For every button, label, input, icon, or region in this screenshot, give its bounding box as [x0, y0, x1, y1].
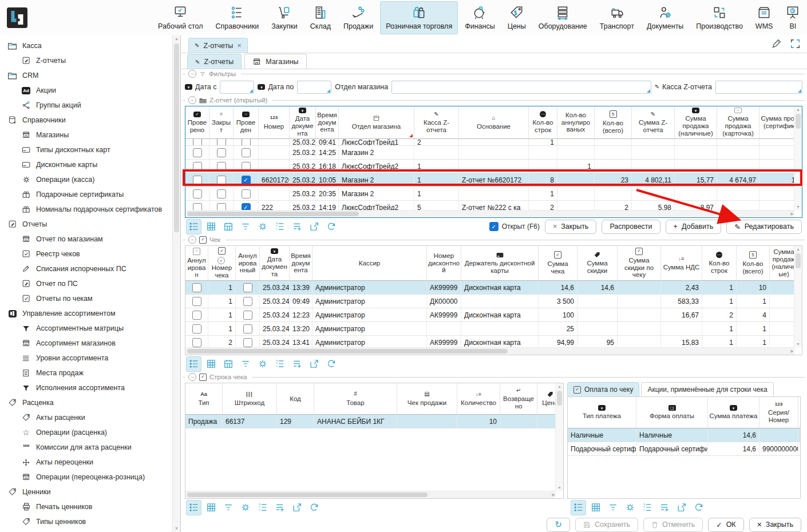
column-header[interactable]: |||Штрихкод — [223, 383, 277, 414]
column-header[interactable]: ▾Сумма платежа — [708, 397, 759, 428]
column-header[interactable]: Номер дисконтной — [427, 246, 461, 280]
collapse-icon[interactable]: − — [188, 236, 196, 244]
topbar-item-4[interactable]: Продажи — [338, 1, 379, 34]
toolbar-refresh-icon[interactable] — [323, 219, 339, 235]
topbar-item-10[interactable]: Документы — [641, 1, 689, 34]
toolbar-cal-icon[interactable] — [220, 356, 236, 372]
row-checkbox[interactable] — [242, 148, 251, 157]
column-header[interactable]: ⌂Основание — [459, 106, 529, 138]
row-checkbox[interactable] — [242, 162, 251, 171]
row-checkbox[interactable] — [193, 189, 202, 198]
table-row[interactable]: 25.03.2420:35Магазин 211 — [185, 187, 802, 201]
row-checkbox[interactable] — [217, 148, 226, 157]
toolbar-grid-icon[interactable] — [203, 356, 219, 372]
row-checkbox[interactable] — [192, 311, 201, 320]
table-row[interactable]: НаличныеНаличные14,6 — [568, 428, 800, 442]
row-checkbox[interactable]: ✓ — [242, 176, 251, 185]
tab-z-reports[interactable]: ✎ Z-отчеты × — [188, 38, 248, 53]
sidebar-item-9[interactable]: Операции (касса) — [0, 172, 180, 187]
sidebar-item-7[interactable]: Типы дисконтных карт — [0, 142, 180, 157]
toolbar-list-icon[interactable] — [186, 219, 201, 235]
row-checkbox[interactable] — [217, 189, 226, 198]
column-header[interactable]: Кол-во аннулиро ваных — [557, 106, 595, 138]
vertical-scrollbar[interactable]: ▲▼ — [555, 383, 563, 491]
sidebar-item-24[interactable]: Расценка — [0, 395, 180, 410]
topbar-item-3[interactable]: Склад — [304, 1, 337, 34]
column-header[interactable]: ▤Чек продажи — [397, 383, 457, 414]
row-checkbox[interactable] — [242, 189, 251, 198]
toolbar-export-icon[interactable] — [306, 356, 322, 372]
row-checkbox[interactable] — [243, 283, 252, 292]
column-header[interactable]: ↓≡Сумма НДС — [661, 246, 702, 280]
column-header[interactable]: 5Кол-во (всего) — [595, 106, 632, 138]
column-header[interactable]: ✓∧Номер чека — [208, 246, 236, 280]
tab-close-icon[interactable]: × — [237, 41, 242, 50]
row-checkbox[interactable] — [192, 324, 201, 334]
sidebar-item-11[interactable]: Номиналы подарочных сертификатов — [0, 202, 180, 217]
toolbar-gear-icon[interactable] — [255, 219, 270, 235]
row-checkbox[interactable] — [193, 162, 202, 171]
sidebar-item-15[interactable]: Списания испорченных ПС — [0, 261, 180, 276]
toolbar-list-icon[interactable] — [186, 500, 201, 515]
collapse-icon[interactable]: − — [188, 70, 196, 78]
column-header[interactable]: AaТип — [185, 383, 223, 414]
sidebar-item-28[interactable]: Акты переоценки — [0, 455, 180, 470]
topbar-item-0[interactable]: Рабочий стол — [152, 1, 208, 34]
check-table[interactable]: −Аннулирован✓∧Номер чекаАннулированный▾Д… — [185, 245, 802, 355]
sidebar-item-29[interactable]: Операции (переоценка-розница) — [0, 470, 180, 485]
toolbar-cal-icon[interactable] — [220, 219, 236, 235]
filter-input-3[interactable] — [715, 81, 802, 94]
scroll-down-icon[interactable]: ▼ — [173, 525, 180, 532]
row-checkbox[interactable] — [243, 324, 252, 334]
column-header[interactable]: Отдел магазина — [339, 106, 414, 138]
table-row[interactable]: Продажа66137129АНАНАС БЕЙБИ 1КГ10 — [185, 415, 563, 428]
collapse-icon[interactable]: − — [188, 96, 196, 104]
bottom-button-1[interactable]: Сохранить — [575, 518, 638, 532]
fullscreen-icon[interactable] — [790, 39, 800, 49]
column-header[interactable]: Держатель дисконтной карты — [461, 246, 539, 280]
row-checkbox[interactable] — [193, 139, 202, 145]
sidebar-item-21[interactable]: Уровни ассортимента — [0, 351, 180, 366]
horizontal-scrollbar[interactable]: ▶ — [185, 347, 794, 355]
row-checkbox[interactable] — [192, 338, 201, 347]
row-checkbox[interactable] — [192, 283, 201, 292]
toolbar-filter-icon[interactable] — [605, 500, 620, 515]
filter-input-2[interactable] — [391, 81, 651, 94]
toolbar-addlist-icon[interactable] — [272, 500, 287, 515]
column-header[interactable]: ⋯Кол-во строк — [529, 106, 557, 138]
bottom-button-2[interactable]: Отменить — [643, 518, 703, 532]
column-header[interactable]: ↓≡Количество — [457, 383, 500, 414]
toolbar-export-icon[interactable] — [674, 500, 689, 515]
sidebar-item-6[interactable]: Магазины — [0, 128, 180, 142]
column-header[interactable]: Сумма скидки — [577, 246, 618, 280]
topbar-item-7[interactable]: Цены — [502, 1, 532, 34]
sidebar-item-26[interactable]: ☆ Операции (расценка) — [0, 425, 180, 440]
toolbar-refresh-icon[interactable] — [323, 356, 339, 372]
topbar-item-2[interactable]: Закупки — [266, 1, 303, 34]
toolbar-numlist-icon[interactable] — [272, 219, 287, 235]
toolbar-export-icon[interactable] — [306, 219, 322, 235]
scroll-up-icon[interactable]: ▲ — [173, 35, 180, 42]
toolbar-addlist-icon[interactable] — [656, 500, 672, 515]
column-header[interactable]: ✓Сумма скидки по чеку — [618, 246, 661, 280]
toolbar-filter-icon[interactable] — [238, 219, 253, 235]
toolbar-grid-icon[interactable] — [203, 500, 219, 515]
filter-input-1[interactable] — [297, 81, 331, 94]
sidebar-scrollbar[interactable]: ▲ ▼ — [172, 35, 180, 532]
column-header[interactable]: ✓Сумма чека — [539, 246, 577, 280]
bottom-button-4[interactable]: ×Закрыть — [749, 518, 801, 532]
table-row[interactable]: 125.03.2413:20Администратор2511 — [185, 322, 802, 336]
button-0[interactable]: ×Закрыть — [545, 220, 596, 234]
sidebar-item-5[interactable]: Справочники — [0, 113, 180, 128]
table-row[interactable]: 25.03.2409:41ЛюксСофтТрейд121 — [185, 139, 802, 146]
column-header[interactable]: 5Кол-во (всего) — [737, 246, 770, 280]
toolbar-addlist-icon[interactable] — [289, 219, 304, 235]
column-header[interactable]: ▾Тип платежа — [568, 397, 636, 428]
sidebar-item-19[interactable]: Ассортиментные матрицы — [0, 321, 180, 336]
sidebar-item-31[interactable]: Печать ценников — [0, 499, 180, 514]
row-checkbox[interactable] — [242, 139, 251, 145]
column-header[interactable]: ✎Касса Z-отчета — [414, 106, 459, 138]
payment-tab-0[interactable]: ✓Оплата по чеку — [567, 382, 639, 396]
topbar-item-5[interactable]: Розничная торговля — [380, 1, 458, 34]
toolbar-numlist-icon[interactable] — [639, 500, 655, 515]
